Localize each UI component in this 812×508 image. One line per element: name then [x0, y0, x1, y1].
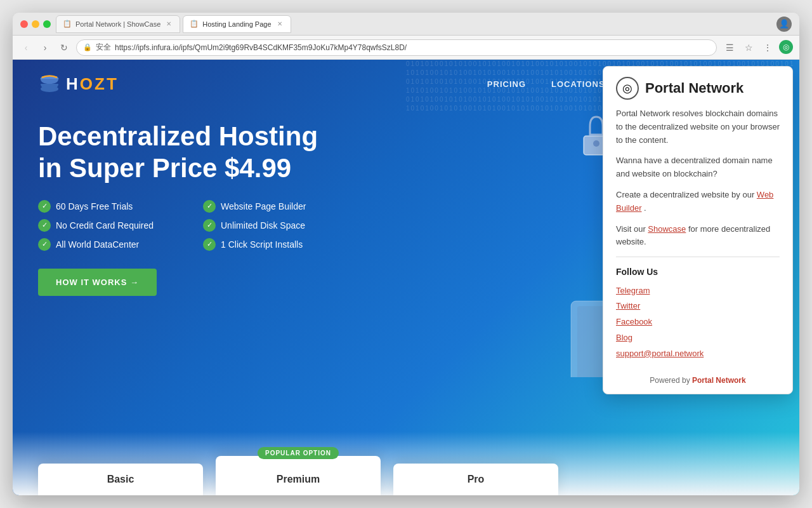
telegram-link[interactable]: Telegram — [616, 284, 780, 298]
feature-item-0: ✓ 60 Days Free Trials — [38, 200, 190, 213]
feature-label-1: No Credit Card Required — [56, 220, 154, 231]
browser-menu-icon[interactable]: ⋮ — [760, 40, 775, 55]
browser-titlebar: 📋 Portal Network | ShowCase ✕ 📋 Hosting … — [13, 13, 799, 36]
svg-point-2 — [41, 86, 58, 92]
refresh-button[interactable]: ↻ — [57, 41, 71, 55]
check-icon-0: ✓ — [38, 200, 51, 213]
popup-header: ◎ Portal Network — [603, 67, 792, 107]
logo-area: HOZT — [38, 72, 119, 95]
browser-toolbar: ‹ › ↻ 🔒 安全 https://ipfs.infura.io/ipfs/Q… — [13, 36, 799, 60]
user-account-icon[interactable]: 👤 — [776, 17, 792, 32]
portal-network-popup: ◎ Portal Network Portal Network resolves… — [603, 66, 793, 394]
security-lock-icon: 🔒 — [83, 43, 92, 51]
tab-label: Portal Network | ShowCase — [75, 20, 160, 28]
feature-label-5: 1 Click Script Installs — [221, 239, 303, 250]
feature-item-4: ✓ Unlimited Disk Space — [203, 219, 355, 232]
pricing-premium-title: Premium — [228, 474, 368, 485]
pricing-card-premium: POPULAR OPTION Premium — [216, 456, 381, 495]
minimize-button[interactable] — [32, 20, 39, 28]
back-button[interactable]: ‹ — [19, 41, 33, 55]
popup-logo-icon: ◎ — [616, 77, 639, 100]
popup-description-3: Create a decentralized website by our We… — [616, 189, 780, 215]
feature-item-5: ✓ 1 Click Script Installs — [203, 238, 355, 251]
logo-db-icon — [38, 72, 61, 95]
nav-pricing[interactable]: PRICING — [487, 79, 526, 89]
how-it-works-button[interactable]: HOW IT WORKS → — [38, 269, 157, 296]
features-grid: ✓ 60 Days Free Trials ✓ Website Page Bui… — [38, 200, 355, 251]
popup-desc3-suffix: . — [641, 203, 646, 213]
feature-item-1: ✓ No Credit Card Required — [38, 219, 190, 232]
maximize-button[interactable] — [43, 20, 51, 28]
nav-locations[interactable]: LOCATIONS — [551, 79, 605, 89]
address-bar[interactable]: 🔒 安全 https://ipfs.infura.io/ipfs/QmUm2i9… — [76, 39, 717, 56]
portal-icon[interactable]: ◎ — [779, 40, 793, 54]
tab-favicon: 📋 — [63, 20, 72, 28]
extensions-icon[interactable]: ☰ — [722, 40, 737, 55]
browser-content: 0101010010101001010100101010010101001010… — [13, 60, 799, 495]
popup-desc4-prefix: Visit our — [616, 224, 648, 234]
check-icon-2: ✓ — [38, 238, 51, 251]
popup-description-2: Wanna have a decentralized domain name a… — [616, 154, 780, 181]
twitter-link[interactable]: Twitter — [616, 300, 780, 313]
check-icon-1: ✓ — [38, 219, 51, 232]
feature-label-3: Website Page Builder — [221, 201, 306, 211]
tab-portal-network[interactable]: 📋 Portal Network | ShowCase ✕ — [56, 15, 180, 33]
feature-label-4: Unlimited Disk Space — [221, 220, 305, 231]
tab-close-icon[interactable]: ✕ — [164, 20, 173, 29]
feature-item-3: ✓ Website Page Builder — [203, 200, 355, 213]
popup-description-4: Visit our Showcase for more decentralize… — [616, 223, 780, 250]
popular-badge: POPULAR OPTION — [258, 447, 339, 459]
close-button[interactable] — [20, 20, 28, 28]
check-icon-4: ✓ — [203, 219, 216, 232]
popup-divider — [616, 257, 780, 257]
tab-hosting-landing[interactable]: 📋 Hosting Landing Page ✕ — [183, 15, 291, 33]
popup-desc3-prefix: Create a decentralized website by our — [616, 190, 757, 199]
pricing-pro-title: Pro — [406, 474, 546, 485]
forward-button[interactable]: › — [38, 41, 52, 55]
support-email-link[interactable]: support@portal.network — [616, 347, 780, 361]
feature-label-2: All World DataCenter — [56, 239, 139, 250]
popup-title: Portal Network — [645, 80, 743, 97]
feature-item-2: ✓ All World DataCenter — [38, 238, 190, 251]
traffic-lights — [20, 20, 51, 28]
security-label: 安全 — [96, 42, 111, 53]
tab-favicon-active: 📋 — [190, 20, 199, 28]
hero-title: Decentralized Hosting in Super Price $4.… — [38, 121, 343, 185]
popup-body: Portal Network resolves blockchain domai… — [603, 107, 792, 371]
showcase-link[interactable]: Showcase — [648, 224, 686, 234]
check-icon-3: ✓ — [203, 200, 216, 213]
pricing-card-pro: Pro — [393, 464, 558, 495]
pricing-card-basic: Basic — [38, 464, 203, 495]
logo-text: HOZT — [66, 74, 119, 94]
popup-description-1: Portal Network resolves blockchain domai… — [616, 107, 780, 147]
blog-link[interactable]: Blog — [616, 331, 780, 345]
follow-us-title: Follow Us — [616, 265, 780, 279]
tab-label-active: Hosting Landing Page — [202, 20, 271, 28]
powered-by-prefix: Powered by — [650, 376, 692, 385]
popup-powered-by: Powered by Portal Network — [603, 371, 792, 394]
feature-label-0: 60 Days Free Trials — [56, 201, 133, 211]
url-text: https://ipfs.infura.io/ipfs/QmUm2i9tg69R… — [115, 43, 710, 52]
facebook-link[interactable]: Facebook — [616, 316, 780, 329]
toolbar-actions: ☰ ☆ ⋮ ◎ — [722, 40, 793, 55]
social-links: Telegram Twitter Facebook Blog support@p… — [616, 284, 780, 361]
pricing-basic-title: Basic — [51, 474, 190, 485]
tab-bar: 📋 Portal Network | ShowCase ✕ 📋 Hosting … — [56, 15, 771, 33]
pricing-peek: Basic POPULAR OPTION Premium Pro — [13, 432, 799, 495]
tab-close-active-icon[interactable]: ✕ — [275, 20, 284, 29]
portal-network-powered-link[interactable]: Portal Network — [692, 376, 746, 385]
bookmark-icon[interactable]: ☆ — [741, 40, 756, 55]
check-icon-5: ✓ — [203, 238, 216, 251]
